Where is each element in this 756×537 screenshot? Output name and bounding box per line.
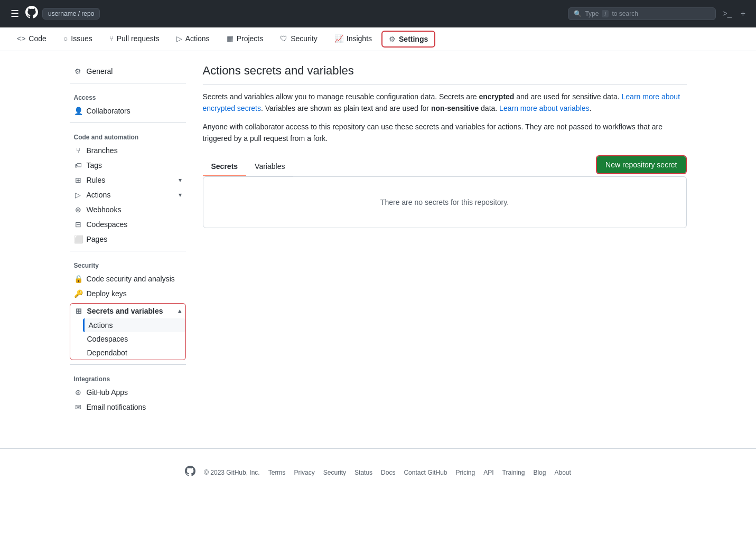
sidebar-item-email-notifications[interactable]: ✉ Email notifications xyxy=(70,400,186,414)
sidebar-item-github-apps[interactable]: ⊛ GitHub Apps xyxy=(70,385,186,400)
tab-variables[interactable]: Variables xyxy=(246,158,293,176)
divider-code-automation xyxy=(70,123,186,123)
sidebar-sub-item-dependabot[interactable]: Dependabot xyxy=(83,346,185,360)
secrets-variables-container: ⊞ Secrets and variables ▴ Actions Codesp… xyxy=(70,303,186,360)
sidebar-item-branches[interactable]: ⑂ Branches xyxy=(70,143,186,158)
tab-secrets[interactable]: Secrets xyxy=(203,158,247,176)
sidebar-sub-item-codespaces[interactable]: Codespaces xyxy=(83,332,185,346)
integrations-section-label: Integrations xyxy=(70,369,186,385)
sidebar-item-webhooks[interactable]: ⊛ Webhooks xyxy=(70,202,186,217)
projects-icon: ▦ xyxy=(227,34,234,43)
footer-link-privacy[interactable]: Privacy xyxy=(294,469,314,476)
search-icon: 🔍 xyxy=(574,10,582,17)
repo-navigation: <> Code ○ Issues ⑂ Pull requests ▷ Actio… xyxy=(0,27,756,51)
footer-link-training[interactable]: Training xyxy=(502,469,525,476)
sidebar-item-code-security[interactable]: 🔒 Code security and analysis xyxy=(70,271,186,286)
search-bar[interactable]: 🔍 Type / to search xyxy=(568,7,716,20)
nav-settings-label: Settings xyxy=(399,35,428,43)
code-security-icon: 🔒 xyxy=(74,275,82,283)
secrets-tabs: Secrets Variables xyxy=(203,158,294,176)
hamburger-button[interactable]: ☰ xyxy=(8,6,21,22)
rules-label: Rules xyxy=(87,176,106,184)
nav-item-pull-requests[interactable]: ⑂ Pull requests xyxy=(101,28,168,50)
actions-label: Actions xyxy=(87,191,111,199)
codespaces-label: Codespaces xyxy=(87,220,128,229)
sidebar-item-tags[interactable]: 🏷 Tags xyxy=(70,158,186,173)
issues-icon: ○ xyxy=(63,34,68,43)
divider-integrations xyxy=(70,364,186,365)
nav-insights-label: Insights xyxy=(347,34,372,43)
github-logo[interactable] xyxy=(25,6,38,22)
content-description-1: Secrets and variables allow you to manag… xyxy=(203,91,687,115)
top-navigation: ☰ username / repo 🔍 Type / to search >_ … xyxy=(0,0,756,27)
sidebar-item-collaborators[interactable]: 👤 Collaborators xyxy=(70,103,186,118)
secrets-icon: ⊞ xyxy=(74,307,83,315)
insights-icon: 📈 xyxy=(334,34,343,43)
pages-icon: ⬜ xyxy=(74,235,82,243)
main-content: Actions secrets and variables Secrets an… xyxy=(203,64,687,414)
nav-item-actions[interactable]: ▷ Actions xyxy=(168,28,218,50)
terminal-button[interactable]: >_ xyxy=(720,7,734,21)
sidebar-item-general[interactable]: ⚙ General xyxy=(70,64,186,79)
sidebar-item-secrets-variables[interactable]: ⊞ Secrets and variables ▴ xyxy=(70,304,185,318)
collaborators-label: Collaborators xyxy=(87,107,130,115)
footer-link-status[interactable]: Status xyxy=(354,469,372,476)
empty-secrets-state: There are no secrets for this repository… xyxy=(203,176,687,228)
footer-link-docs[interactable]: Docs xyxy=(381,469,395,476)
search-text: Type xyxy=(585,10,599,17)
codespaces-icon: ⊟ xyxy=(74,220,82,229)
nav-item-projects[interactable]: ▦ Projects xyxy=(218,28,272,50)
actions-icon: ▷ xyxy=(176,34,182,43)
tags-icon: 🏷 xyxy=(74,161,82,169)
sidebar-item-pages[interactable]: ⬜ Pages xyxy=(70,232,186,247)
variables-link[interactable]: Learn more about variables xyxy=(499,104,589,112)
sidebar-actions-icon: ▷ xyxy=(74,191,82,199)
deploy-keys-icon: 🔑 xyxy=(74,289,82,298)
email-notifications-label: Email notifications xyxy=(87,403,146,411)
nav-item-issues[interactable]: ○ Issues xyxy=(55,28,101,50)
repo-breadcrumb[interactable]: username / repo xyxy=(42,8,100,20)
security-section-label: Security xyxy=(70,256,186,271)
search-suffix: to search xyxy=(612,10,638,17)
nav-actions-label: Actions xyxy=(185,34,210,43)
nav-projects-label: Projects xyxy=(237,34,264,43)
search-shortcut: / xyxy=(602,10,609,17)
footer-link-pricing[interactable]: Pricing xyxy=(456,469,475,476)
nav-item-insights[interactable]: 📈 Insights xyxy=(326,28,380,50)
nav-item-code[interactable]: <> Code xyxy=(8,28,55,50)
page-footer: © 2023 GitHub, Inc. Terms Privacy Securi… xyxy=(0,448,756,496)
dependabot-sub-label: Dependabot xyxy=(87,348,127,357)
footer-logo xyxy=(185,466,195,479)
sidebar-item-deploy-keys[interactable]: 🔑 Deploy keys xyxy=(70,286,186,301)
github-apps-icon: ⊛ xyxy=(74,388,82,397)
sidebar-item-rules[interactable]: ⊞ Rules ▾ xyxy=(70,173,186,187)
sidebar-item-actions[interactable]: ▷ Actions ▾ xyxy=(70,187,186,202)
nav-item-security[interactable]: 🛡 Security xyxy=(272,28,326,50)
non-sensitive-bold: non-sensitive xyxy=(431,104,479,112)
actions-expand-icon: ▾ xyxy=(179,191,182,199)
code-icon: <> xyxy=(17,34,25,43)
sidebar-item-codespaces[interactable]: ⊟ Codespaces xyxy=(70,217,186,232)
github-apps-label: GitHub Apps xyxy=(87,388,128,397)
footer-link-about[interactable]: About xyxy=(554,469,571,476)
footer-link-security[interactable]: Security xyxy=(323,469,346,476)
new-repository-secret-button[interactable]: New repository secret xyxy=(597,156,685,173)
settings-nav-icon: ⚙ xyxy=(389,35,396,43)
collaborators-icon: 👤 xyxy=(74,107,82,115)
nav-issues-label: Issues xyxy=(71,34,92,43)
nav-security-label: Security xyxy=(291,34,318,43)
divider-access xyxy=(70,83,186,83)
nav-item-settings[interactable]: ⚙ Settings xyxy=(381,31,435,48)
rules-expand-icon: ▾ xyxy=(179,176,182,184)
footer-link-contact-github[interactable]: Contact GitHub xyxy=(404,469,447,476)
code-security-label: Code security and analysis xyxy=(87,275,175,283)
main-layout: ⚙ General Access 👤 Collaborators Code an… xyxy=(61,51,695,427)
footer-link-terms[interactable]: Terms xyxy=(268,469,286,476)
footer-link-api[interactable]: API xyxy=(483,469,493,476)
divider-security xyxy=(70,251,186,251)
secrets-collapse-icon: ▴ xyxy=(178,307,181,315)
create-new-button[interactable]: + xyxy=(739,7,748,21)
deploy-keys-label: Deploy keys xyxy=(87,289,127,298)
sidebar-sub-item-actions[interactable]: Actions xyxy=(83,318,185,332)
footer-link-blog[interactable]: Blog xyxy=(533,469,546,476)
